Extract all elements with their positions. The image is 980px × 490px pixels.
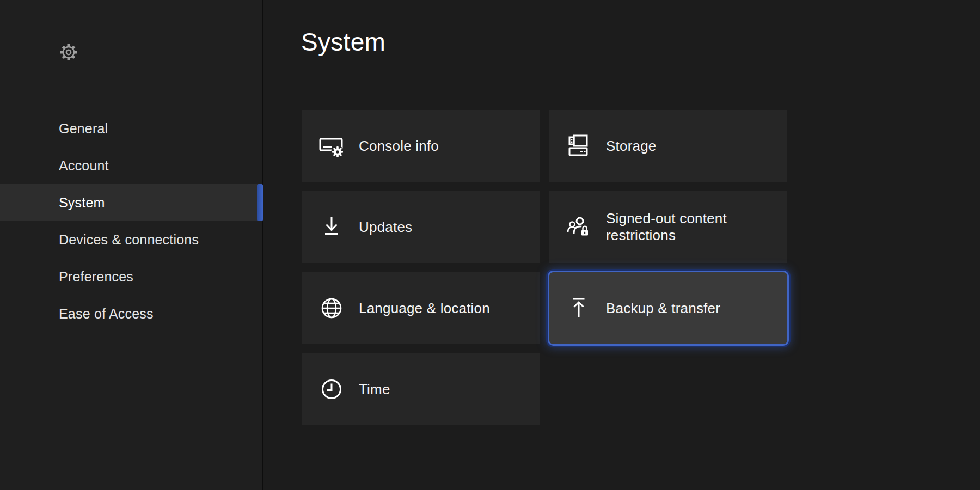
- tile-label: Language & location: [359, 300, 490, 317]
- download-icon: [318, 214, 345, 240]
- sidebar-item-label: System: [59, 195, 105, 211]
- upload-icon: [566, 295, 592, 321]
- xbox-settings-screen: General Account System Devices & connect…: [0, 0, 980, 490]
- tile-label: Storage: [606, 138, 656, 155]
- tile-backup-transfer[interactable]: Backup & transfer: [549, 272, 787, 344]
- tile-label: Time: [359, 381, 390, 398]
- tile-updates[interactable]: Updates: [302, 191, 540, 263]
- gear-icon: [57, 40, 81, 64]
- tile-console-info[interactable]: Console info: [302, 110, 540, 182]
- tile-label: Backup & transfer: [606, 300, 720, 317]
- tile-language-location[interactable]: Language & location: [302, 272, 540, 344]
- tile-time[interactable]: Time: [302, 353, 540, 425]
- sidebar-item-devices-connections[interactable]: Devices & connections: [0, 221, 262, 258]
- tile-label: Signed-out content restrictions: [606, 210, 775, 243]
- storage-icon: [566, 133, 592, 159]
- page-title: System: [301, 27, 385, 57]
- sidebar-item-preferences[interactable]: Preferences: [0, 258, 262, 295]
- sidebar-item-label: General: [59, 121, 108, 137]
- settings-sidebar: General Account System Devices & connect…: [0, 0, 263, 490]
- sidebar-item-label: Account: [59, 158, 109, 174]
- people-lock-icon: [566, 214, 592, 240]
- tile-label: Console info: [359, 138, 439, 155]
- tile-label: Updates: [359, 219, 412, 236]
- globe-icon: [318, 295, 345, 321]
- sidebar-item-label: Ease of Access: [59, 306, 154, 322]
- sidebar-nav: General Account System Devices & connect…: [0, 110, 262, 332]
- tile-storage[interactable]: Storage: [549, 110, 787, 182]
- sidebar-item-system[interactable]: System: [0, 184, 262, 221]
- console-info-icon: [318, 133, 345, 159]
- sidebar-item-account[interactable]: Account: [0, 147, 262, 184]
- settings-tile-grid: Console info: [302, 110, 787, 425]
- selected-indicator: [257, 184, 263, 221]
- sidebar-item-label: Preferences: [59, 269, 133, 285]
- sidebar-item-general[interactable]: General: [0, 110, 262, 147]
- sidebar-item-ease-of-access[interactable]: Ease of Access: [0, 295, 262, 332]
- tile-signed-out-content-restrictions[interactable]: Signed-out content restrictions: [549, 191, 787, 263]
- clock-icon: [318, 376, 345, 402]
- settings-main: System: [263, 0, 980, 490]
- sidebar-item-label: Devices & connections: [59, 232, 199, 248]
